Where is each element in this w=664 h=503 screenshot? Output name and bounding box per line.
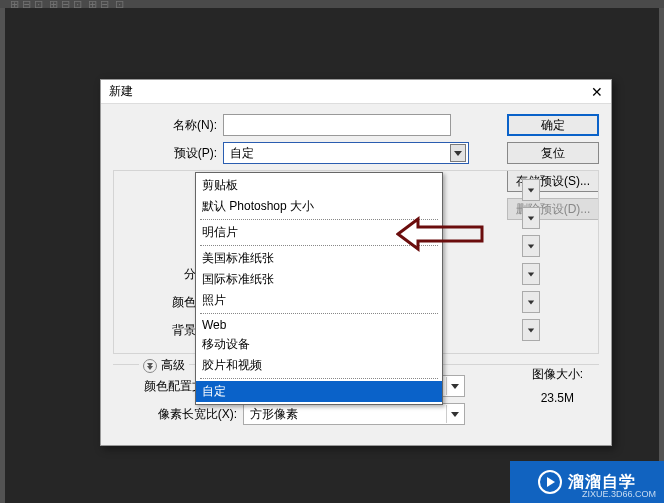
dialog-titlebar: 新建 ✕ [101,80,611,104]
dd-postcard[interactable]: 明信片 [196,222,442,243]
dd-web[interactable]: Web [196,316,442,334]
pixelaspect-value: 方形像素 [250,406,298,423]
pixelaspect-label: 像素长宽比(X): [113,406,243,423]
dd-clipboard[interactable]: 剪贴板 [196,175,442,196]
dd-film-video[interactable]: 胶片和视频 [196,355,442,376]
play-icon [538,470,562,494]
dimensions-fieldset: 剪贴板 默认 Photoshop 大小 明信片 美国标准纸张 国际标准纸张 照片… [113,170,599,354]
pixel-aspect-select[interactable]: 方形像素 [243,403,465,425]
preset-label: 预设(P): [113,145,223,162]
chevron-down-icon[interactable] [522,291,540,313]
dd-photo[interactable]: 照片 [196,290,442,311]
dd-us-paper[interactable]: 美国标准纸张 [196,248,442,269]
preset-select[interactable]: 自定 [223,142,469,164]
new-document-dialog: 新建 ✕ 确定 复位 存储预设(S)... 删除预设(D)... 名称(N): … [100,79,612,446]
name-input[interactable] [223,114,451,136]
logo-subtext: ZIXUE.3D66.COM [582,489,656,499]
preset-dropdown[interactable]: 剪贴板 默认 Photoshop 大小 明信片 美国标准纸张 国际标准纸张 照片… [195,172,443,405]
collapse-icon[interactable] [143,359,157,373]
chevron-down-icon[interactable] [450,144,466,162]
dd-custom[interactable]: 自定 [196,381,442,402]
chevron-down-icon[interactable] [446,377,462,395]
advanced-label: 高级 [161,357,185,374]
chevron-down-icon[interactable] [522,207,540,229]
chevron-down-icon[interactable] [522,179,540,201]
chevron-down-icon[interactable] [522,263,540,285]
app-toolbar: ⊞ ⊟ ⊡⊞ ⊟ ⊡⊞ ⊟⊡ [0,0,664,8]
ok-button[interactable]: 确定 [507,114,599,136]
watermark-logo: 溜溜自学 ZIXUE.3D66.COM [510,461,664,503]
close-icon[interactable]: ✕ [591,85,603,99]
preset-value: 自定 [230,145,254,162]
dialog-title: 新建 [109,83,133,100]
chevron-down-icon[interactable] [522,319,540,341]
dd-intl-paper[interactable]: 国际标准纸张 [196,269,442,290]
chevron-down-icon[interactable] [522,235,540,257]
name-label: 名称(N): [113,117,223,134]
dd-default-ps[interactable]: 默认 Photoshop 大小 [196,196,442,217]
dd-mobile[interactable]: 移动设备 [196,334,442,355]
chevron-down-icon[interactable] [446,405,462,423]
